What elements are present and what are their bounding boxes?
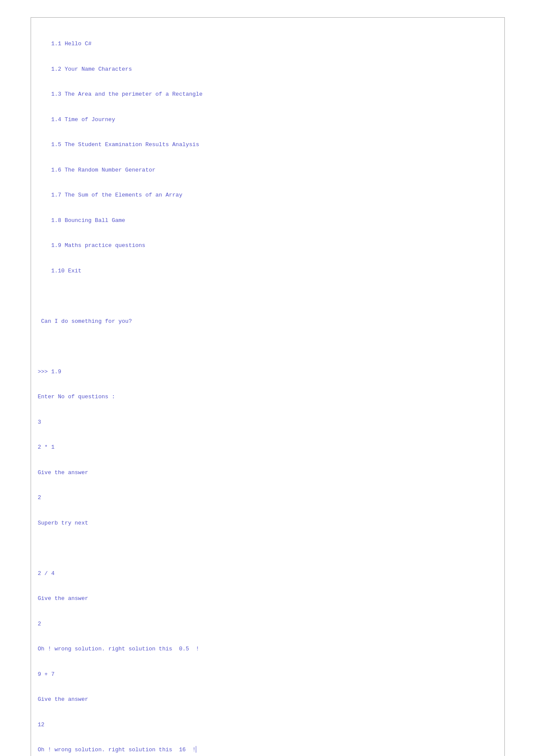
page-content: 1.1 Hello C# 1.2 Your Name Characters 1.… — [31, 17, 505, 756]
terminal-line: 1.2 Your Name Characters — [38, 65, 497, 74]
page-wrapper: 1.1 Hello C# 1.2 Your Name Characters 1.… — [26, 17, 509, 756]
terminal-line: 1.9 Maths practice questions — [38, 241, 497, 250]
terminal-line: Can I do something for you? — [38, 317, 497, 326]
terminal-line: 2 * 1 — [38, 443, 497, 452]
terminal-line: 2 — [38, 494, 497, 502]
terminal-line: 12 — [38, 721, 497, 729]
figure18-terminal: 1.1 Hello C# 1.2 Your Name Characters 1.… — [31, 17, 505, 756]
terminal-line: 2 / 4 — [38, 569, 497, 578]
terminal-line: 2 — [38, 620, 497, 628]
terminal-line: 1.8 Bouncing Ball Game — [38, 216, 497, 225]
terminal-line: 1.5 The Student Examination Results Anal… — [38, 141, 497, 149]
terminal-line — [38, 544, 497, 553]
terminal-line: Give the answer — [38, 469, 497, 477]
terminal-line: 1.1 Hello C# — [38, 40, 497, 48]
terminal-line: 1.7 The Sum of the Elements of an Array — [38, 191, 497, 200]
terminal-line: 1.3 The Area and the perimeter of a Rect… — [38, 90, 497, 99]
terminal-line: >>> 1.9 — [38, 368, 497, 376]
terminal-line: Enter No of questions : — [38, 393, 497, 401]
terminal-line: Give the answer — [38, 695, 497, 704]
terminal-line: Oh ! wrong solution. right solution this… — [38, 746, 497, 754]
terminal-line — [38, 342, 497, 351]
terminal-line: 9 + 7 — [38, 670, 497, 679]
terminal-line: 3 — [38, 418, 497, 427]
terminal-line: Superb try next — [38, 519, 497, 528]
terminal-line: 1.6 The Random Number Generator — [38, 166, 497, 175]
terminal-line — [38, 292, 497, 300]
terminal-line: Oh ! wrong solution. right solution this… — [38, 645, 497, 653]
terminal-line: 1.4 Time of Journey — [38, 116, 497, 124]
terminal-line: Give the answer — [38, 594, 497, 603]
terminal-line: 1.10 Exit — [38, 267, 497, 275]
